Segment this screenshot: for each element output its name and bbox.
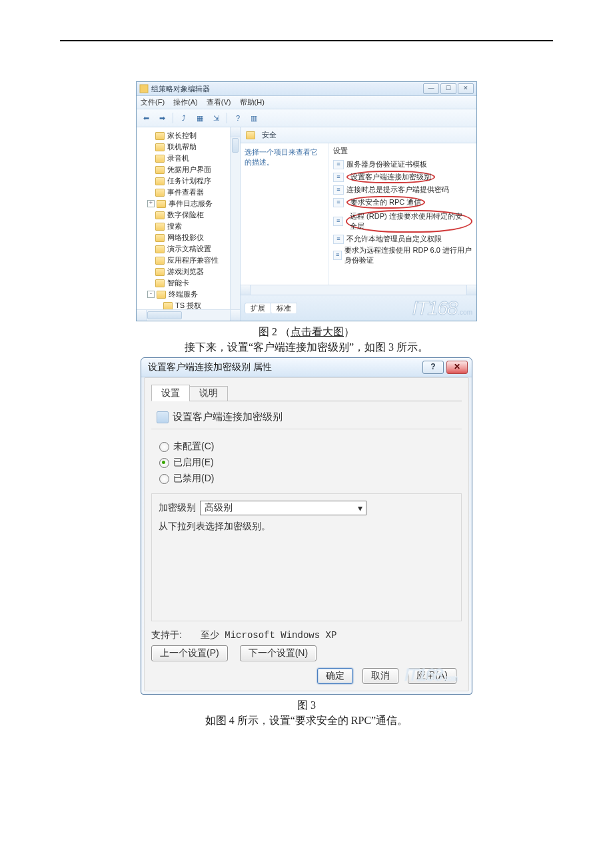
body-text-after-fig3: 如图 4 所示，设置“要求安全的 RPC”通信。: [120, 714, 493, 728]
tree-item[interactable]: 数字保险柜: [141, 209, 239, 221]
tree-item[interactable]: -终端服务: [141, 289, 239, 300]
tree-item[interactable]: 联机帮助: [141, 141, 239, 153]
setting-item[interactable]: ≡远程 (RDP) 连接要求使用特定的安全层: [333, 209, 472, 233]
tab-description[interactable]: 说明: [189, 386, 228, 401]
right-pane: 安全 选择一个项目来查看它的描述。 设置 ≡服务器身份验证证书模板≡设置客户端连…: [241, 127, 476, 321]
tab-standard[interactable]: 标准: [271, 303, 297, 313]
tree-item[interactable]: 应用程序兼容性: [141, 255, 239, 266]
folder-icon: [155, 177, 165, 185]
menu-view[interactable]: 查看(V): [207, 98, 231, 106]
radio-enabled[interactable]: 已启用(E): [159, 455, 462, 471]
folder-icon: [155, 166, 165, 174]
chevron-down-icon: ▾: [355, 503, 364, 513]
forward-icon[interactable]: ➡: [155, 111, 169, 125]
tree-item[interactable]: 网络投影仪: [141, 232, 239, 243]
tree-item[interactable]: 智能卡: [141, 277, 239, 289]
folder-icon: [155, 223, 165, 231]
tree-item[interactable]: 演示文稿设置: [141, 243, 239, 255]
tree-scrollbar-v[interactable]: [230, 127, 240, 310]
dialog-help-button[interactable]: ?: [422, 361, 444, 374]
setting-item[interactable]: ≡服务器身份验证证书模板: [333, 159, 472, 170]
menu-help[interactable]: 帮助(H): [240, 98, 265, 106]
expand-icon[interactable]: +: [147, 200, 155, 207]
figure2-enlarge-link[interactable]: 点击看大图: [291, 326, 344, 337]
tree-item-label: 事件日志服务: [169, 199, 213, 209]
minimize-button[interactable]: —: [423, 83, 439, 94]
encryption-level-select[interactable]: 高级别 ▾: [200, 501, 366, 515]
tree-item[interactable]: 游戏浏览器: [141, 266, 239, 277]
radio-not-configured[interactable]: 未配置(C): [159, 439, 462, 455]
radio-disabled[interactable]: 已禁用(D): [159, 471, 462, 487]
tree-item-label: 搜索: [167, 221, 182, 231]
folder-icon: [155, 234, 165, 242]
setting-label: 服务器身份验证证书模板: [346, 159, 427, 169]
cancel-button[interactable]: 取消: [362, 668, 398, 684]
expand-icon[interactable]: -: [147, 291, 155, 298]
setting-item[interactable]: ≡不允许本地管理员自定义权限: [333, 233, 472, 245]
maximize-button[interactable]: ☐: [440, 83, 456, 94]
tree-item-label: 家长控制: [167, 131, 197, 141]
dialog-titlebar: 设置客户端连接加密级别 属性 ? ✕: [141, 358, 472, 377]
tab-extended[interactable]: 扩展: [245, 303, 271, 313]
tree-item[interactable]: 录音机: [141, 153, 239, 164]
close-button[interactable]: ✕: [458, 83, 474, 94]
tree-scrollbar-h[interactable]: [137, 309, 240, 321]
setting-item[interactable]: ≡要求安全的 RPC 通信: [333, 195, 472, 209]
folder-icon: [155, 245, 165, 253]
tree-item[interactable]: +事件日志服务: [141, 198, 239, 209]
tab-settings[interactable]: 设置: [151, 385, 190, 401]
menu-action[interactable]: 操作(A): [173, 98, 198, 106]
folder-icon: [246, 131, 255, 139]
dialog-tabs: 设置 说明: [151, 385, 462, 401]
help-icon[interactable]: ?: [231, 111, 245, 125]
folder-icon: [155, 155, 165, 163]
setting-label: 要求为远程连接使用 RDP 6.0 进行用户身份验证: [344, 245, 472, 265]
menubar: 文件(F) 操作(A) 查看(V) 帮助(H): [137, 96, 476, 109]
filter-icon[interactable]: ▥: [247, 111, 261, 125]
tree-pane: 家长控制联机帮助录音机凭据用户界面任务计划程序事件查看器+事件日志服务数字保险柜…: [137, 127, 241, 321]
apply-button[interactable]: 应用(A): [408, 668, 456, 684]
radio-icon: [159, 474, 169, 484]
description-text: 选择一个项目来查看它的描述。: [245, 147, 324, 167]
next-setting-button[interactable]: 下一个设置(N): [240, 645, 316, 661]
right-header: 安全: [241, 127, 476, 143]
show-icon[interactable]: ▦: [193, 111, 207, 125]
previous-setting-button[interactable]: 上一个设置(P): [151, 645, 228, 661]
folder-icon: [155, 268, 165, 276]
tree-item-label: 网络投影仪: [167, 233, 204, 243]
body-text-before-fig3: 接下来，设置“客户端连接加密级别”，如图 3 所示。: [120, 341, 493, 355]
setting-item[interactable]: ≡要求为远程连接使用 RDP 6.0 进行用户身份验证: [333, 245, 472, 266]
setting-icon: ≡: [333, 160, 344, 169]
setting-item[interactable]: ≡连接时总是提示客户端提供密码: [333, 184, 472, 195]
dialog-close-button[interactable]: ✕: [446, 361, 468, 374]
tree-item[interactable]: 家长控制: [141, 130, 239, 141]
export-icon[interactable]: ⇲: [209, 111, 223, 125]
tree-item-label: 数字保险柜: [167, 210, 204, 220]
description-column: 选择一个项目来查看它的描述。: [241, 143, 329, 285]
setting-label: 不允许本地管理员自定义权限: [346, 234, 442, 244]
dropdown-label: 加密级别: [159, 502, 196, 514]
tree-item[interactable]: 凭据用户界面: [141, 164, 239, 175]
back-icon[interactable]: ⬅: [139, 111, 153, 125]
up-icon[interactable]: ⤴: [177, 111, 191, 125]
tree-item[interactable]: 搜索: [141, 221, 239, 232]
right-scrollbar-h[interactable]: [241, 285, 476, 295]
app-icon: [139, 84, 149, 93]
folder-icon: [155, 189, 165, 197]
select-value: 高级别: [205, 502, 233, 514]
menu-file[interactable]: 文件(F): [141, 98, 165, 106]
setting-item[interactable]: ≡设置客户端连接加密级别: [333, 170, 472, 184]
tree-item-label: 录音机: [167, 153, 189, 163]
tree-item-label: 终端服务: [169, 289, 198, 299]
watermark: IT168.com: [412, 297, 472, 319]
titlebar: 组策略对象编辑器 — ☐ ✕: [137, 82, 476, 96]
tree-item[interactable]: 任务计划程序: [141, 175, 239, 187]
ok-button[interactable]: 确定: [317, 668, 353, 684]
settings-column: 设置 ≡服务器身份验证证书模板≡设置客户端连接加密级别≡连接时总是提示客户端提供…: [329, 143, 476, 285]
options-fieldset: 加密级别 高级别 ▾ 从下拉列表选择加密级别。: [151, 493, 462, 621]
tree-item[interactable]: 事件查看器: [141, 187, 239, 198]
figure2-caption: 图 2 （点击看大图）: [120, 325, 493, 339]
tree-item-label: 凭据用户界面: [167, 165, 211, 175]
setting-icon: ≡: [333, 173, 344, 182]
folder-icon: [163, 302, 173, 310]
